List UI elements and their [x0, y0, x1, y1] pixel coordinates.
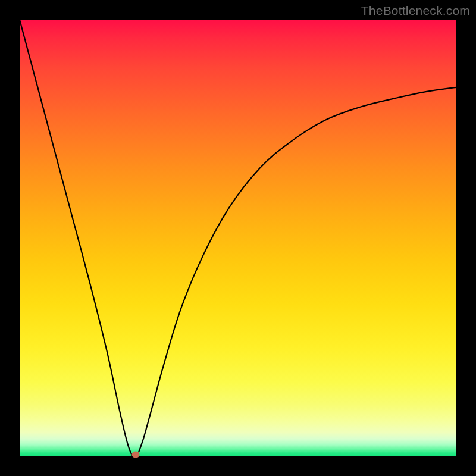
chart-frame: TheBottleneck.com	[0, 0, 476, 476]
plot-area	[20, 20, 456, 456]
watermark-text: TheBottleneck.com	[361, 4, 470, 18]
bottleneck-curve	[20, 20, 456, 456]
optimal-point-marker	[131, 452, 139, 458]
